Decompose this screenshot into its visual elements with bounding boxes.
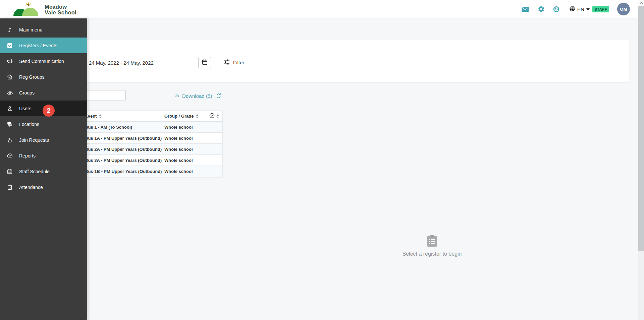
- user-avatar[interactable]: OM: [617, 3, 630, 15]
- table-row[interactable]: Bus 1A - PM Upper Years (Outbound) Whole…: [79, 133, 222, 144]
- empty-state-label: Select a register to begin: [382, 251, 482, 257]
- download-icon: [174, 92, 180, 99]
- hand-icon: [6, 136, 13, 144]
- school-name: Meadow Vale School: [45, 4, 76, 15]
- sidebar-item-reg-groups[interactable]: Reg Groups: [0, 69, 87, 85]
- language-code: EN: [577, 6, 584, 12]
- download-link[interactable]: Download (5): [174, 92, 212, 99]
- megaphone-icon: [6, 58, 13, 65]
- sidebar-item-label: Reports: [19, 153, 36, 158]
- page-scrollbar[interactable]: [638, 0, 644, 320]
- sidebar-item-label: Staff Schedule: [19, 169, 50, 174]
- sidebar-item-label: Users: [19, 106, 32, 111]
- sort-icon[interactable]: [196, 114, 199, 118]
- registers-table: Event Group / Grade Bus 1 - AM (To Schoo…: [79, 111, 223, 177]
- level-up-icon: [6, 26, 13, 34]
- sidebar-item-label: Groups: [19, 90, 35, 95]
- signpost-icon: [6, 121, 13, 128]
- sort-icon[interactable]: [216, 114, 219, 118]
- home-icon: [6, 73, 13, 81]
- user-icon: [6, 105, 13, 112]
- top-header: Meadow Vale School: [0, 0, 644, 18]
- download-label: Download (5): [182, 93, 212, 99]
- settings-gear-icon[interactable]: [538, 0, 545, 18]
- register-toolbar: Filter: [0, 40, 629, 82]
- check-circle-icon: [209, 113, 215, 120]
- column-header-event[interactable]: Event: [79, 114, 164, 119]
- column-header-group-grade[interactable]: Group / Grade: [164, 114, 206, 119]
- table-row[interactable]: Bus 2A - PM Upper Years (Outbound) Whole…: [79, 144, 222, 155]
- people-icon: [6, 89, 13, 97]
- sidebar-item-registers-events[interactable]: Registers / Events: [0, 38, 87, 53]
- sidebar-item-locations[interactable]: Locations: [0, 116, 87, 132]
- sidebar-item-label: Main menu: [19, 27, 42, 33]
- clipboard-check-icon: [6, 184, 13, 191]
- language-selector[interactable]: EN: [569, 0, 590, 18]
- date-range-input[interactable]: [85, 57, 199, 68]
- role-badge: STAFF: [592, 6, 609, 12]
- scroll-up-button[interactable]: [638, 0, 644, 6]
- sidebar-item-join-requests[interactable]: Join Requests: [0, 132, 87, 148]
- app-root: Meadow Vale School: [0, 0, 644, 320]
- calendar-picker-button[interactable]: [198, 57, 211, 68]
- sidebar-item-send-communication[interactable]: Send Communication: [0, 53, 87, 69]
- table-row[interactable]: Bus 3A - PM Upper Years (Outbound) Whole…: [79, 155, 222, 166]
- scrollbar-thumb[interactable]: [638, 6, 644, 251]
- sidebar-nav: Main menu Registers / Events Send Commun…: [0, 18, 87, 320]
- sidebar-item-label: Attendance: [19, 185, 43, 190]
- table-row[interactable]: Bus 1 - AM (To School) Whole school: [79, 122, 222, 133]
- sidebar-item-main-menu[interactable]: Main menu: [0, 22, 87, 38]
- filter-sliders-icon: [223, 59, 230, 66]
- sidebar-item-label: Join Requests: [19, 137, 49, 143]
- search-input[interactable]: [85, 90, 126, 101]
- filter-label: Filter: [233, 60, 244, 65]
- tutorial-step-badge: 2: [43, 105, 55, 117]
- school-logo-icon: [13, 2, 42, 17]
- checkbox-checked-icon: [6, 42, 13, 49]
- table-row[interactable]: Bus 1B - PM Upper Years (Outbound) Whole…: [79, 166, 222, 177]
- sidebar-item-attendance[interactable]: Attendance: [0, 179, 87, 195]
- clipboard-list-icon: [426, 243, 438, 248]
- sidebar-item-label: Registers / Events: [19, 43, 57, 48]
- sidebar-item-groups[interactable]: Groups: [0, 85, 87, 101]
- sidebar-item-reports[interactable]: Reports: [0, 148, 87, 164]
- register-empty-state: Select a register to begin: [382, 235, 482, 257]
- support-lifering-icon[interactable]: [553, 0, 560, 18]
- table-header-row: Event Group / Grade: [79, 111, 222, 122]
- sidebar-item-label: Reg Groups: [19, 74, 44, 80]
- refresh-icon[interactable]: [215, 92, 222, 99]
- cloud-download-icon: [6, 152, 13, 159]
- messages-icon[interactable]: [522, 0, 529, 18]
- calendar-grid-icon: [6, 168, 13, 175]
- calendar-icon: [202, 59, 208, 66]
- column-header-status[interactable]: [206, 113, 222, 120]
- filter-button[interactable]: Filter: [223, 59, 244, 66]
- globe-icon: [569, 6, 575, 13]
- sort-icon[interactable]: [99, 114, 102, 118]
- sidebar-item-staff-schedule[interactable]: Staff Schedule: [0, 164, 87, 179]
- chevron-down-icon: [586, 8, 590, 10]
- sidebar-item-label: Send Communication: [19, 59, 64, 64]
- school-logo[interactable]: Meadow Vale School: [13, 2, 76, 17]
- sidebar-item-label: Locations: [19, 122, 39, 127]
